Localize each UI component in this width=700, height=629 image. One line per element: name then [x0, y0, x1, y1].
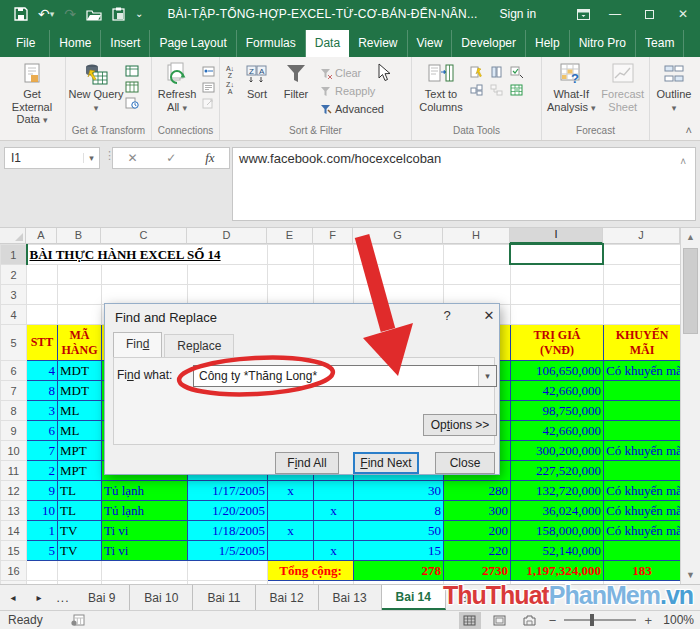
cell[interactable]: 42,660,000: [511, 381, 604, 401]
cell[interactable]: [268, 541, 314, 561]
cell[interactable]: Có khuyến mãi: [604, 481, 681, 501]
enter-icon[interactable]: ✓: [166, 151, 176, 165]
select-all-corner[interactable]: [0, 228, 26, 244]
get-external-data-button[interactable]: Get External Data ▾: [2, 59, 62, 126]
cell[interactable]: [314, 481, 354, 501]
cell[interactable]: TL: [58, 481, 102, 501]
tab-formulas[interactable]: Formulas: [237, 30, 306, 57]
sheet-tab-bai14[interactable]: Bai 14: [382, 585, 446, 610]
row-header-9[interactable]: 9: [1, 421, 27, 441]
cell[interactable]: TV: [58, 521, 102, 541]
cell[interactable]: [354, 285, 444, 305]
find-what-dropdown-icon[interactable]: ▾: [478, 366, 496, 386]
cell[interactable]: [268, 501, 314, 521]
cell[interactable]: 9: [27, 481, 58, 501]
cell[interactable]: [604, 381, 681, 401]
cell[interactable]: x: [314, 541, 354, 561]
cell[interactable]: [511, 285, 604, 305]
cell[interactable]: 98,750,000: [511, 401, 604, 421]
cell[interactable]: [102, 285, 188, 305]
cell[interactable]: 5: [27, 541, 58, 561]
cell[interactable]: [511, 305, 604, 325]
close-button[interactable]: ✕: [666, 0, 700, 28]
show-queries-icon[interactable]: [124, 64, 140, 78]
sort-az-icon[interactable]: A↓Z: [222, 65, 238, 79]
row-header-3[interactable]: 3: [1, 285, 27, 305]
cell[interactable]: 50: [354, 521, 444, 541]
cell[interactable]: Có khuyến mãi: [604, 361, 681, 381]
column-header-I[interactable]: I: [510, 228, 603, 244]
cell[interactable]: [268, 245, 314, 265]
zoom-slider-thumb[interactable]: [590, 614, 594, 626]
cell[interactable]: 1,197,324,000: [511, 561, 604, 581]
what-if-analysis-button[interactable]: ? What-If Analysis ▾: [544, 59, 598, 113]
zoom-level[interactable]: 100%: [660, 613, 694, 627]
remove-duplicates-icon[interactable]: [488, 65, 504, 79]
cell[interactable]: MPT: [58, 441, 102, 461]
cell[interactable]: 1/17/2005: [188, 481, 268, 501]
cell[interactable]: 36,024,000: [511, 501, 604, 521]
cell[interactable]: [604, 245, 681, 265]
cell[interactable]: 42,660,000: [511, 421, 604, 441]
recent-sources-icon[interactable]: [124, 96, 140, 110]
row-header-16[interactable]: 16: [1, 561, 27, 581]
sheet-tab-bai9[interactable]: Bai 9: [74, 585, 130, 610]
find-all-button[interactable]: Find All: [275, 452, 339, 474]
macro-record-icon[interactable]: [71, 614, 85, 626]
column-header-G[interactable]: G: [353, 228, 443, 244]
cell[interactable]: [268, 285, 314, 305]
connections-icon[interactable]: [200, 64, 216, 78]
sheet-nav-more[interactable]: ...: [52, 585, 74, 610]
cell[interactable]: 220: [444, 541, 511, 561]
page-layout-view-icon[interactable]: [489, 612, 511, 629]
formula-input[interactable]: www.facebook.com/hocexcelcoban ˄: [232, 147, 696, 221]
zoom-out-icon[interactable]: −: [549, 613, 557, 628]
cell[interactable]: [314, 521, 354, 541]
sheet-nav-right-icon[interactable]: ▸: [26, 585, 52, 610]
sheet-tab-bai12[interactable]: Bai 12: [256, 585, 319, 610]
cell[interactable]: 158,000,000: [511, 521, 604, 541]
scrollbar-thumb[interactable]: [683, 248, 698, 334]
row-header-5[interactable]: 5: [1, 325, 27, 361]
cell[interactable]: TV: [58, 541, 102, 561]
cell[interactable]: 278: [354, 561, 444, 581]
cell[interactable]: [604, 541, 681, 561]
cell[interactable]: KHUYẾN MÃI: [604, 325, 681, 361]
refresh-all-button[interactable]: Refresh All ▾: [154, 59, 200, 113]
cell[interactable]: x: [314, 501, 354, 521]
column-header-D[interactable]: D: [187, 228, 267, 244]
cell[interactable]: [27, 561, 58, 581]
row-header-14[interactable]: 14: [1, 521, 27, 541]
cell[interactable]: [604, 401, 681, 421]
cell[interactable]: MÃ HÀNG: [58, 325, 102, 361]
cell[interactable]: [58, 265, 102, 285]
cell[interactable]: [354, 245, 444, 265]
cell[interactable]: Có khuyến mãi: [604, 521, 681, 541]
column-header-A[interactable]: A: [26, 228, 57, 244]
tell-me-box[interactable]: Tell me: [694, 30, 700, 57]
cancel-icon[interactable]: ✕: [127, 151, 137, 165]
filter-button[interactable]: Filter: [276, 59, 316, 101]
tab-file[interactable]: File: [0, 30, 50, 57]
sheet-tab-bai10[interactable]: Bai 10: [130, 585, 193, 610]
cell[interactable]: ML: [58, 421, 102, 441]
minimize-button[interactable]: —: [598, 0, 632, 28]
cell[interactable]: TL: [58, 501, 102, 521]
tab-home[interactable]: Home: [50, 30, 101, 57]
cell[interactable]: 183: [604, 561, 681, 581]
row-header-10[interactable]: 10: [1, 441, 27, 461]
row-header-8[interactable]: 8: [1, 401, 27, 421]
tab-team[interactable]: Team: [636, 30, 684, 57]
cell[interactable]: 1: [27, 521, 58, 541]
insert-function-icon[interactable]: fx: [205, 150, 214, 166]
cell[interactable]: [58, 561, 102, 581]
expand-formula-bar-icon[interactable]: ˄: [680, 156, 686, 167]
cell[interactable]: [27, 305, 58, 325]
cell[interactable]: Ti vi: [102, 521, 188, 541]
cell[interactable]: 52,140,000: [511, 541, 604, 561]
cell[interactable]: [511, 265, 604, 285]
cell[interactable]: 6: [27, 421, 58, 441]
scroll-up-icon[interactable]: ▲: [681, 228, 700, 246]
manage-data-model-icon[interactable]: [508, 83, 524, 97]
cell[interactable]: 2: [27, 461, 58, 481]
